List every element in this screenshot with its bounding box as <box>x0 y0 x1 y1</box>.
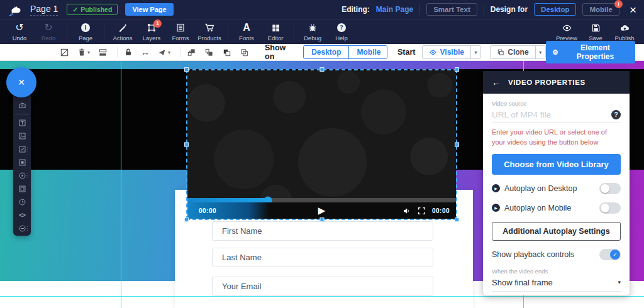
width-arrows-icon[interactable]: ↔ <box>141 47 150 58</box>
show-playback-toggle[interactable]: ✓ <box>599 249 621 260</box>
clone-icon <box>497 48 504 56</box>
resize-handle-n[interactable] <box>319 67 324 72</box>
clear-style-icon[interactable] <box>60 47 69 58</box>
resize-handle-nw[interactable] <box>184 67 189 72</box>
email-field[interactable] <box>212 277 433 296</box>
divider <box>67 25 67 39</box>
undo-button[interactable]: ↺ Undo <box>5 23 34 41</box>
guide-horizontal <box>0 296 644 297</box>
start-visible-dropdown: Visible ▾ <box>422 45 482 59</box>
video-control-bar: 00:00 ▶ 00:00 <box>187 202 456 219</box>
resize-handle-sw[interactable] <box>184 217 189 222</box>
video-poster[interactable]: 00:00 ▶ 00:00 <box>187 70 456 219</box>
image-element-icon[interactable] <box>13 129 31 143</box>
choose-video-library-button[interactable]: Choose from Video Library <box>492 154 621 175</box>
visible-caret[interactable]: ▾ <box>470 46 480 58</box>
resize-handle-se[interactable] <box>455 217 459 222</box>
position-icon[interactable]: ▾ <box>158 47 170 58</box>
clone-caret[interactable]: ▾ <box>535 46 545 58</box>
panel-header: ← VIDEO PROPERTIES <box>483 71 630 94</box>
fullscreen-icon[interactable] <box>418 207 426 215</box>
additional-autoplay-settings-button[interactable]: Additional Autoplay Settings <box>492 222 621 241</box>
design-desktop-button[interactable]: Desktop <box>534 3 576 16</box>
resize-handle-ne[interactable] <box>455 67 459 72</box>
resize-handle-e[interactable] <box>455 143 459 147</box>
divider <box>104 25 104 39</box>
editor-canvas[interactable]: 00:00 ▶ 00:00 × <box>0 61 644 308</box>
debug-button[interactable]: Debug <box>298 23 327 41</box>
view-page-button[interactable]: View Page <box>125 3 173 16</box>
play-icon[interactable]: ▶ <box>318 205 326 216</box>
publish-button[interactable]: Publish <box>610 23 639 41</box>
editing-target-link[interactable]: Main Page <box>376 5 413 14</box>
resize-handle-w[interactable] <box>184 143 189 147</box>
resize-handle-s[interactable] <box>319 217 324 222</box>
menu-bar: ↺ Undo ↻ Redo i Page Actions Layers 1 Fo… <box>0 19 644 44</box>
send-backward-icon[interactable] <box>204 47 214 58</box>
form-element-icon[interactable]: ⋮ <box>13 143 31 156</box>
list-icon <box>175 23 186 33</box>
design-mobile-button[interactable]: Mobile! <box>582 3 619 16</box>
close-palette-button[interactable]: × <box>6 67 36 97</box>
start-label: Start <box>397 48 415 57</box>
cart-icon <box>204 23 214 33</box>
video-element-selected[interactable]: 00:00 ▶ 00:00 <box>186 69 457 220</box>
eye-icon <box>562 23 572 33</box>
back-arrow-icon[interactable]: ← <box>492 77 501 87</box>
save-button[interactable]: Save <box>581 23 610 41</box>
button-element-icon[interactable] <box>13 156 31 169</box>
autoplay-desktop-toggle[interactable] <box>599 183 621 194</box>
last-name-field[interactable] <box>212 248 433 267</box>
help-icon[interactable]: ? <box>611 110 621 119</box>
show-on-mobile-button[interactable]: Mobile <box>348 46 387 58</box>
layout-rows-icon[interactable] <box>98 47 108 58</box>
font-icon: A <box>243 23 250 33</box>
overlap-icon[interactable] <box>222 47 231 58</box>
bring-forward-icon[interactable] <box>187 47 196 58</box>
autoplay-mobile-toggle[interactable] <box>599 202 621 214</box>
divider <box>15 114 29 114</box>
guide-vertical-1 <box>121 61 121 308</box>
code-element-icon[interactable]: <> <box>13 209 31 222</box>
volume-icon[interactable] <box>402 207 411 215</box>
smart-text-button[interactable]: Smart Text <box>426 3 477 16</box>
actions-button[interactable]: Actions <box>108 23 137 41</box>
lock-icon[interactable] <box>124 47 133 58</box>
element-properties-button[interactable]: ⚙ Element Properties <box>546 41 635 63</box>
divider-element-icon[interactable]: ⋮ <box>13 222 31 235</box>
clone-button[interactable]: Clone <box>491 46 535 58</box>
page-settings-button[interactable]: i Page <box>71 23 100 41</box>
editor-button[interactable]: Editor <box>261 23 290 41</box>
element-toolbar: ▾ ↔ ▾ Show on Desktop Mobile Start Visib… <box>0 44 644 61</box>
help-button[interactable]: ? Help <box>327 23 356 41</box>
layers-button[interactable]: Layers 1 <box>137 23 166 41</box>
products-button[interactable]: Products <box>195 23 224 41</box>
show-on-desktop-button[interactable]: Desktop <box>304 46 348 58</box>
close-icon[interactable]: × <box>630 4 636 16</box>
preview-button[interactable]: Preview <box>552 23 581 41</box>
duplicate-icon[interactable] <box>240 47 249 58</box>
delete-icon[interactable]: ▾ <box>77 47 90 58</box>
video-element-icon[interactable]: ⋮ <box>13 169 31 182</box>
url-helper-text: Enter your video URL or select one of yo… <box>492 128 621 148</box>
video-ends-select[interactable]: Show final frame ▾ <box>492 275 621 292</box>
forms-button[interactable]: Forms <box>166 23 195 41</box>
section-icon[interactable] <box>13 99 31 112</box>
box-element-icon[interactable] <box>13 182 31 195</box>
video-url-row: ? <box>492 110 621 123</box>
text-element-icon[interactable] <box>13 116 31 129</box>
page-title[interactable]: Page 1 <box>30 4 58 16</box>
visible-button[interactable]: Visible <box>423 46 470 58</box>
video-url-input[interactable] <box>492 110 611 119</box>
first-name-field[interactable] <box>212 221 433 241</box>
editing-label: Editing: <box>341 5 370 14</box>
fonts-button[interactable]: A Fonts <box>232 23 261 41</box>
video-source-label: Video source <box>492 100 621 107</box>
divider <box>294 25 294 39</box>
question-icon: ? <box>337 23 346 33</box>
video-progress-bar[interactable] <box>187 198 456 202</box>
play-circle-icon: ▶ <box>492 184 500 192</box>
redo-button[interactable]: ↻ Redo <box>34 23 63 41</box>
countdown-element-icon[interactable] <box>13 195 31 209</box>
panel-title: VIDEO PROPERTIES <box>508 79 586 86</box>
